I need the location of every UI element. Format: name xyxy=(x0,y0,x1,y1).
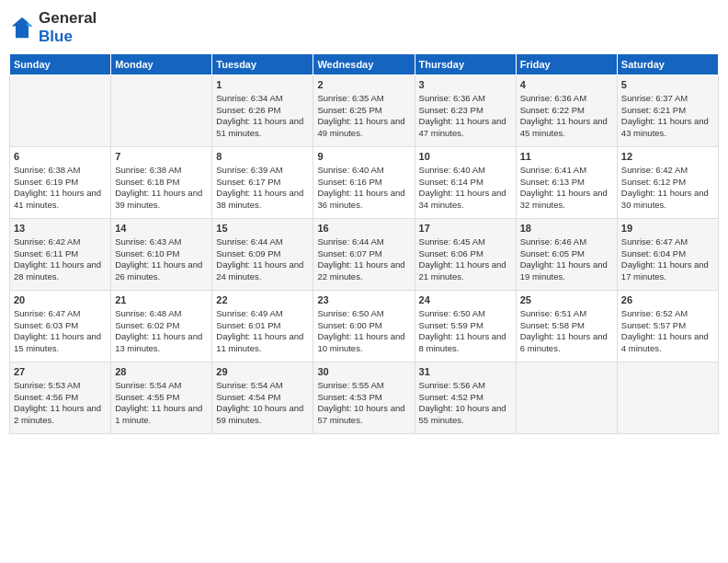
day-number: 25 xyxy=(520,293,613,307)
day-number: 20 xyxy=(14,293,107,307)
calendar-cell: 12Sunrise: 6:42 AM Sunset: 6:12 PM Dayli… xyxy=(617,147,718,219)
day-info: Sunrise: 5:54 AM Sunset: 4:54 PM Dayligh… xyxy=(216,380,309,427)
day-number: 16 xyxy=(317,222,410,236)
day-info: Sunrise: 6:48 AM Sunset: 6:02 PM Dayligh… xyxy=(115,308,208,355)
day-info: Sunrise: 6:44 AM Sunset: 6:07 PM Dayligh… xyxy=(317,236,410,283)
logo-icon xyxy=(9,15,35,40)
week-row-4: 27Sunrise: 5:53 AM Sunset: 4:56 PM Dayli… xyxy=(10,362,719,434)
day-info: Sunrise: 6:50 AM Sunset: 5:59 PM Dayligh… xyxy=(419,308,512,355)
calendar-cell: 2Sunrise: 6:35 AM Sunset: 6:25 PM Daylig… xyxy=(313,75,415,147)
day-number: 13 xyxy=(14,222,107,236)
day-number: 2 xyxy=(317,78,410,92)
calendar-cell xyxy=(516,362,617,434)
day-info: Sunrise: 6:38 AM Sunset: 6:19 PM Dayligh… xyxy=(14,165,107,212)
weekday-header-wednesday: Wednesday xyxy=(313,54,415,75)
day-info: Sunrise: 6:45 AM Sunset: 6:06 PM Dayligh… xyxy=(419,236,512,283)
day-number: 6 xyxy=(14,150,107,164)
week-row-3: 20Sunrise: 6:47 AM Sunset: 6:03 PM Dayli… xyxy=(10,291,719,362)
calendar-cell: 14Sunrise: 6:43 AM Sunset: 6:10 PM Dayli… xyxy=(111,219,212,291)
calendar-cell: 23Sunrise: 6:50 AM Sunset: 6:00 PM Dayli… xyxy=(313,291,415,362)
day-number: 27 xyxy=(14,365,107,379)
day-number: 22 xyxy=(216,293,309,307)
day-info: Sunrise: 6:36 AM Sunset: 6:23 PM Dayligh… xyxy=(419,93,512,140)
calendar-cell: 4Sunrise: 6:36 AM Sunset: 6:22 PM Daylig… xyxy=(516,75,617,147)
calendar-cell: 26Sunrise: 6:52 AM Sunset: 5:57 PM Dayli… xyxy=(617,291,718,362)
day-info: Sunrise: 6:43 AM Sunset: 6:10 PM Dayligh… xyxy=(115,236,208,283)
svg-marker-0 xyxy=(12,17,32,38)
calendar-cell: 5Sunrise: 6:37 AM Sunset: 6:21 PM Daylig… xyxy=(617,75,718,147)
weekday-header-sunday: Sunday xyxy=(10,54,111,75)
day-number: 31 xyxy=(419,365,512,379)
day-info: Sunrise: 6:51 AM Sunset: 5:58 PM Dayligh… xyxy=(520,308,613,355)
day-number: 9 xyxy=(317,150,410,164)
day-info: Sunrise: 5:54 AM Sunset: 4:55 PM Dayligh… xyxy=(115,380,208,427)
day-info: Sunrise: 6:47 AM Sunset: 6:04 PM Dayligh… xyxy=(621,236,714,283)
day-info: Sunrise: 6:40 AM Sunset: 6:14 PM Dayligh… xyxy=(419,165,512,212)
day-number: 7 xyxy=(115,150,208,164)
day-number: 15 xyxy=(216,222,309,236)
weekday-header-tuesday: Tuesday xyxy=(212,54,313,75)
calendar-cell: 22Sunrise: 6:49 AM Sunset: 6:01 PM Dayli… xyxy=(212,291,313,362)
calendar-table: SundayMondayTuesdayWednesdayThursdayFrid… xyxy=(9,53,719,434)
day-info: Sunrise: 6:38 AM Sunset: 6:18 PM Dayligh… xyxy=(115,165,208,212)
day-info: Sunrise: 5:56 AM Sunset: 4:52 PM Dayligh… xyxy=(419,380,512,427)
day-number: 21 xyxy=(115,293,208,307)
calendar-cell: 9Sunrise: 6:40 AM Sunset: 6:16 PM Daylig… xyxy=(313,147,415,219)
calendar-cell: 20Sunrise: 6:47 AM Sunset: 6:03 PM Dayli… xyxy=(10,291,111,362)
calendar-cell xyxy=(111,75,212,147)
calendar-cell: 3Sunrise: 6:36 AM Sunset: 6:23 PM Daylig… xyxy=(415,75,516,147)
calendar-cell: 6Sunrise: 6:38 AM Sunset: 6:19 PM Daylig… xyxy=(10,147,111,219)
week-row-1: 6Sunrise: 6:38 AM Sunset: 6:19 PM Daylig… xyxy=(10,147,719,219)
day-info: Sunrise: 6:34 AM Sunset: 6:26 PM Dayligh… xyxy=(216,93,309,140)
day-info: Sunrise: 6:41 AM Sunset: 6:13 PM Dayligh… xyxy=(520,165,613,212)
calendar-cell: 8Sunrise: 6:39 AM Sunset: 6:17 PM Daylig… xyxy=(212,147,313,219)
day-number: 26 xyxy=(621,293,714,307)
week-row-2: 13Sunrise: 6:42 AM Sunset: 6:11 PM Dayli… xyxy=(10,219,719,291)
logo: General Blue xyxy=(9,9,97,46)
logo-general: General xyxy=(39,9,97,28)
day-number: 28 xyxy=(115,365,208,379)
calendar-cell: 1Sunrise: 6:34 AM Sunset: 6:26 PM Daylig… xyxy=(212,75,313,147)
calendar-cell: 7Sunrise: 6:38 AM Sunset: 6:18 PM Daylig… xyxy=(111,147,212,219)
weekday-header-saturday: Saturday xyxy=(617,54,718,75)
day-number: 17 xyxy=(419,222,512,236)
calendar-cell: 19Sunrise: 6:47 AM Sunset: 6:04 PM Dayli… xyxy=(617,219,718,291)
week-row-0: 1Sunrise: 6:34 AM Sunset: 6:26 PM Daylig… xyxy=(10,75,719,147)
calendar-cell: 16Sunrise: 6:44 AM Sunset: 6:07 PM Dayli… xyxy=(313,219,415,291)
calendar-cell: 18Sunrise: 6:46 AM Sunset: 6:05 PM Dayli… xyxy=(516,219,617,291)
day-number: 10 xyxy=(419,150,512,164)
calendar-cell: 17Sunrise: 6:45 AM Sunset: 6:06 PM Dayli… xyxy=(415,219,516,291)
day-number: 4 xyxy=(520,78,613,92)
day-info: Sunrise: 6:35 AM Sunset: 6:25 PM Dayligh… xyxy=(317,93,410,140)
day-info: Sunrise: 5:55 AM Sunset: 4:53 PM Dayligh… xyxy=(317,380,410,427)
day-info: Sunrise: 6:46 AM Sunset: 6:05 PM Dayligh… xyxy=(520,236,613,283)
calendar-cell: 31Sunrise: 5:56 AM Sunset: 4:52 PM Dayli… xyxy=(415,362,516,434)
day-info: Sunrise: 6:39 AM Sunset: 6:17 PM Dayligh… xyxy=(216,165,309,212)
day-number: 18 xyxy=(520,222,613,236)
calendar-cell: 13Sunrise: 6:42 AM Sunset: 6:11 PM Dayli… xyxy=(10,219,111,291)
day-info: Sunrise: 6:36 AM Sunset: 6:22 PM Dayligh… xyxy=(520,93,613,140)
calendar-cell: 10Sunrise: 6:40 AM Sunset: 6:14 PM Dayli… xyxy=(415,147,516,219)
day-number: 29 xyxy=(216,365,309,379)
calendar-cell: 28Sunrise: 5:54 AM Sunset: 4:55 PM Dayli… xyxy=(111,362,212,434)
day-number: 8 xyxy=(216,150,309,164)
day-info: Sunrise: 6:47 AM Sunset: 6:03 PM Dayligh… xyxy=(14,308,107,355)
calendar-cell: 24Sunrise: 6:50 AM Sunset: 5:59 PM Dayli… xyxy=(415,291,516,362)
day-info: Sunrise: 6:50 AM Sunset: 6:00 PM Dayligh… xyxy=(317,308,410,355)
day-info: Sunrise: 6:42 AM Sunset: 6:12 PM Dayligh… xyxy=(621,165,714,212)
weekday-header-friday: Friday xyxy=(516,54,617,75)
day-info: Sunrise: 5:53 AM Sunset: 4:56 PM Dayligh… xyxy=(14,380,107,427)
calendar-cell xyxy=(617,362,718,434)
day-info: Sunrise: 6:40 AM Sunset: 6:16 PM Dayligh… xyxy=(317,165,410,212)
day-number: 23 xyxy=(317,293,410,307)
day-number: 30 xyxy=(317,365,410,379)
day-number: 14 xyxy=(115,222,208,236)
day-info: Sunrise: 6:37 AM Sunset: 6:21 PM Dayligh… xyxy=(621,93,714,140)
calendar-cell: 27Sunrise: 5:53 AM Sunset: 4:56 PM Dayli… xyxy=(10,362,111,434)
day-number: 1 xyxy=(216,78,309,92)
day-info: Sunrise: 6:44 AM Sunset: 6:09 PM Dayligh… xyxy=(216,236,309,283)
day-number: 3 xyxy=(419,78,512,92)
day-number: 19 xyxy=(621,222,714,236)
calendar-cell: 29Sunrise: 5:54 AM Sunset: 4:54 PM Dayli… xyxy=(212,362,313,434)
day-number: 12 xyxy=(621,150,714,164)
